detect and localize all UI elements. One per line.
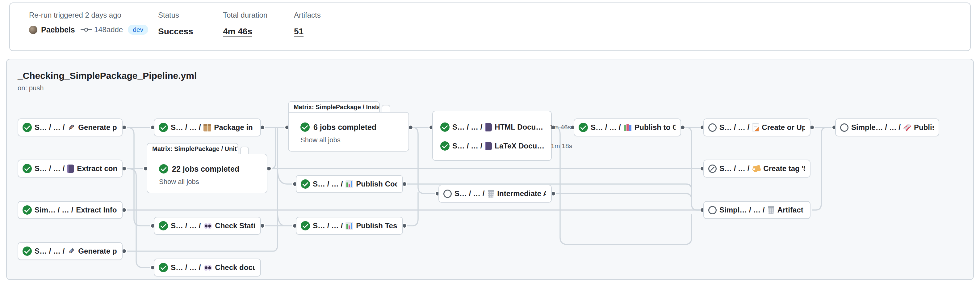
- workflow-run-page: { "header": { "rerun_text": "Re-run trig…: [0, 0, 980, 283]
- job-c2c-prefix: S… / … /: [171, 263, 201, 272]
- run-summary-card: Re-run triggered 2 days ago Paebbels 148…: [9, 2, 971, 51]
- job-node-c5a[interactable]: S… / … /Publish to GH-P…7s: [574, 118, 681, 136]
- job-g1-r1-name: LaTeX Docu…: [495, 142, 544, 150]
- job-label: S… / … /Package in Sou…18s: [159, 123, 255, 132]
- job-c2a-name: Package in Sou…: [214, 123, 255, 132]
- duration-block: Total duration 4m 46s: [223, 11, 267, 37]
- book-icon: [485, 123, 492, 131]
- book-icon: [485, 142, 492, 150]
- artifacts-block: Artifacts 51: [294, 11, 321, 37]
- pencil-icon: [67, 123, 75, 131]
- books-icon: [624, 124, 632, 131]
- matrix-jobs-summary: 6 jobs completed: [301, 123, 376, 132]
- job-node-c6a[interactable]: S… / … /Create or Update R…: [703, 118, 810, 136]
- matrix-node-m2[interactable]: 6 jobs completedShow all jobs: [288, 112, 409, 152]
- job-node-c6c[interactable]: Simpl… / … /Artifact Cleanup: [703, 201, 810, 219]
- matrix-tab-label: Matrix: SimplePackage / UnitTest…: [147, 143, 239, 154]
- job-c4a-name: Intermediate Artifa…: [497, 189, 546, 198]
- trash-icon: [768, 206, 775, 214]
- job-group-g1: S… / … /HTML Docu…1m 46sS… / … /LaTeX Do…: [432, 111, 552, 161]
- job-c3a-prefix: S… / … /: [313, 180, 343, 189]
- avatar[interactable]: [29, 26, 37, 34]
- eyes-icon: [204, 265, 212, 271]
- job-c5a-name: Publish to GH-P…: [635, 123, 676, 132]
- success-status-icon: [22, 164, 32, 173]
- success-status-icon: [301, 221, 310, 230]
- success-status-icon: [440, 123, 450, 132]
- success-status-icon: [440, 141, 450, 150]
- job-node-n1[interactable]: S… / … /Generate pipelin…3s: [18, 118, 123, 136]
- commit-sha-link[interactable]: 148adde: [94, 26, 123, 34]
- job-node-g1-row0[interactable]: S… / … /HTML Docu…1m 46s: [440, 123, 546, 132]
- job-n1-prefix: S… / … /: [35, 123, 65, 132]
- duration-value[interactable]: 4m 46s: [223, 27, 267, 37]
- job-label: S… / … /Publish Test Re…14s: [301, 221, 398, 230]
- open-status-icon: [840, 123, 848, 132]
- job-node-n4[interactable]: S… / … /Generate pipelin…4s: [18, 242, 123, 260]
- success-status-icon: [159, 263, 168, 272]
- commit-icon: [81, 27, 92, 32]
- job-node-c3b[interactable]: S… / … /Publish Test Re…14s: [296, 217, 403, 235]
- job-label: S… / … /Publish to GH-P…7s: [579, 123, 676, 132]
- job-label: S… / … /Check Static Ty…14s: [159, 221, 255, 230]
- job-c6b-name: Create tag '${{ in…: [763, 164, 805, 173]
- job-n3-name: Extract Information: [76, 206, 117, 214]
- job-node-c2b[interactable]: S… / … /Check Static Ty…14s: [154, 217, 261, 235]
- success-status-icon: [159, 221, 168, 230]
- branch-badge[interactable]: dev: [128, 25, 148, 35]
- artifacts-count[interactable]: 51: [294, 27, 321, 37]
- job-g1-r0-name: HTML Docu…: [495, 123, 543, 131]
- pencil-icon: [67, 247, 75, 255]
- open-status-icon: [708, 123, 717, 132]
- matrix-jobs-text: 6 jobs completed: [313, 123, 376, 132]
- show-all-jobs-link[interactable]: Show all jobs: [159, 178, 199, 186]
- book-icon: [67, 165, 74, 173]
- open-status-icon: [443, 190, 452, 198]
- job-c3a-name: Publish Code C…: [356, 180, 398, 189]
- success-status-icon: [22, 246, 32, 256]
- job-c7a-name: Publish to PyPI: [914, 123, 934, 132]
- job-node-n3[interactable]: Sim… / … /Extract Information4s: [18, 201, 123, 219]
- job-label: Simple… / … /Publish to PyPI: [840, 123, 934, 132]
- rerun-block: Re-run triggered 2 days ago Paebbels 148…: [29, 11, 148, 35]
- job-label: S… / … /Generate pipelin…4s: [22, 246, 117, 256]
- job-node-c4a[interactable]: S… / … /Intermediate Artifa…: [438, 185, 552, 203]
- success-status-icon: [301, 123, 310, 132]
- job-label: S… / … /Extract configur…6s: [22, 164, 117, 173]
- job-label: S… / … /Create tag '${{ in…0s: [708, 164, 805, 173]
- rocket-icon: [904, 124, 911, 131]
- job-c2b-prefix: S… / … /: [171, 221, 201, 230]
- job-g1-r1-duration: 1m 18s: [547, 142, 572, 150]
- job-label: S… / … /Create or Update R…: [708, 123, 805, 132]
- job-c6c-name: Artifact Cleanup: [778, 206, 805, 214]
- job-node-c2a[interactable]: S… / … /Package in Sou…18s: [154, 118, 261, 136]
- open-status-icon: [708, 206, 717, 214]
- job-c5a-prefix: S… / … /: [591, 123, 620, 132]
- job-node-c7a[interactable]: Simple… / … /Publish to PyPI: [835, 118, 939, 136]
- artifacts-label: Artifacts: [294, 11, 321, 20]
- actor-name[interactable]: Paebbels: [41, 26, 75, 34]
- job-label: S… / … /Intermediate Artifa…: [443, 189, 546, 198]
- success-status-icon: [22, 123, 32, 132]
- tag-icon: [751, 165, 761, 173]
- success-status-icon: [22, 205, 32, 215]
- job-c2a-prefix: S… / … /: [171, 123, 201, 132]
- job-node-c6b[interactable]: S… / … /Create tag '${{ in…0s: [703, 160, 810, 177]
- matrix-node-m1[interactable]: 22 jobs completedShow all jobs: [147, 154, 267, 193]
- job-c3b-prefix: S… / … /: [313, 221, 343, 230]
- status-value: Success: [158, 27, 193, 37]
- job-node-c2c[interactable]: S… / … /Check docume…11s: [154, 259, 261, 277]
- status-label: Status: [158, 11, 193, 20]
- matrix-jobs-text: 22 jobs completed: [172, 165, 239, 174]
- actor-row: Paebbels 148adde dev: [29, 25, 148, 35]
- job-node-c3a[interactable]: S… / … /Publish Code C…22s: [296, 175, 403, 193]
- matrix-jobs-summary: 22 jobs completed: [159, 164, 239, 174]
- job-node-g1-row1[interactable]: S… / … /LaTeX Docu…1m 18s: [440, 141, 546, 150]
- job-node-n2[interactable]: S… / … /Extract configur…6s: [18, 160, 123, 177]
- skipped-status-icon: [708, 165, 717, 173]
- show-all-jobs-link[interactable]: Show all jobs: [301, 136, 340, 144]
- job-n1-name: Generate pipelin…: [78, 123, 117, 132]
- chart-icon: [345, 180, 353, 188]
- job-n2-prefix: S… / … /: [35, 164, 65, 173]
- job-c6c-prefix: Simpl… / … /: [719, 206, 765, 214]
